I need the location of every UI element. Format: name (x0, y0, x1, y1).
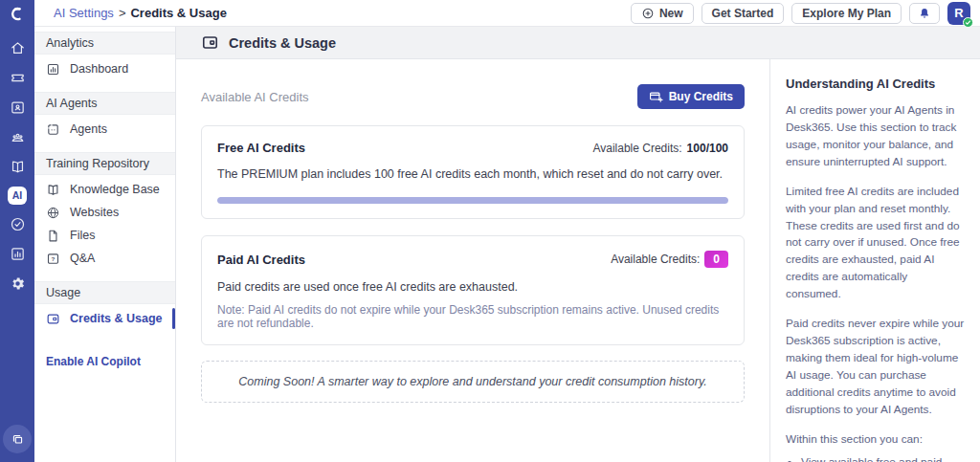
paid-credits-description: Paid credits are used once free AI credi… (217, 280, 728, 294)
sidebar-item-dashboard[interactable]: Dashboard (34, 57, 175, 80)
tickets-icon[interactable] (8, 68, 27, 87)
sidebar-section-analytics: Analytics (34, 32, 175, 55)
reports-icon[interactable] (8, 245, 27, 264)
active-indicator (172, 308, 175, 329)
enable-ai-copilot-link[interactable]: Enable AI Copilot (46, 355, 164, 368)
sidebar-section-usage: Usage (34, 281, 175, 304)
sidebar-item-qa[interactable]: ? Q&A (34, 247, 175, 270)
free-available-credits: Available Credits: 100/100 (592, 142, 728, 155)
avatar[interactable]: R (947, 2, 970, 25)
info-panel: Understanding AI Credits AI credits powe… (769, 59, 980, 462)
info-paragraph-2: Limited free AI credits are included wit… (786, 184, 965, 303)
dashboard-icon (46, 61, 61, 77)
sidebar-item-agents[interactable]: Agents (34, 118, 175, 141)
home-icon[interactable] (8, 38, 27, 57)
info-bullet-1: View available free and paid credits (801, 454, 965, 462)
breadcrumb-parent[interactable]: AI Settings (54, 6, 114, 20)
paid-credits-title: Paid AI Credits (217, 253, 305, 267)
page-title: Credits & Usage (229, 35, 336, 51)
explore-my-plan-button[interactable]: Explore My Plan (791, 3, 902, 24)
topbar: AI Settings > Credits & Usage New Get St… (34, 0, 980, 27)
get-started-button[interactable]: Get Started (702, 3, 785, 24)
paid-credits-note: Note: Paid AI credits do not expire whil… (217, 303, 728, 330)
knowledge-icon[interactable] (8, 157, 27, 176)
sidebar-item-knowledge-base[interactable]: Knowledge Base (34, 178, 175, 201)
settings-icon[interactable] (8, 275, 27, 294)
tasks-icon[interactable] (8, 215, 27, 234)
sidebar-item-websites[interactable]: Websites (34, 201, 175, 224)
page-header: Credits & Usage (176, 27, 980, 59)
info-panel-title: Understanding AI Credits (786, 77, 965, 91)
free-credits-progressbar (217, 197, 728, 204)
free-credits-description: The PREMIUM plan includes 100 free AI cr… (217, 167, 728, 181)
main-content: Available AI Credits Buy Credits Free AI… (176, 59, 769, 462)
buy-credits-button[interactable]: Buy Credits (637, 84, 745, 109)
info-paragraph-1: AI credits power your AI Agents in Desk3… (786, 102, 965, 171)
credits-wallet-icon (46, 311, 61, 326)
info-paragraph-3: Paid credits never expire while your Des… (786, 316, 965, 419)
coming-soon-banner: Coming Soon! A smarter way to explore an… (201, 361, 745, 403)
globe-icon (46, 205, 61, 220)
sidebar-section-training-repository: Training Repository (34, 152, 175, 175)
contacts-icon[interactable] (8, 98, 27, 117)
info-bullet-list: View available free and paid credits Mon… (801, 454, 965, 462)
free-credits-title: Free AI Credits (217, 141, 305, 155)
sidebar: Analytics Dashboard AI Agents Agents Tra… (34, 27, 176, 462)
free-credits-card: Free AI Credits Available Credits: 100/1… (201, 125, 745, 219)
paid-available-credits: Available Credits: 0 (611, 251, 728, 268)
credits-usage-page-icon (201, 33, 219, 52)
paid-credits-value-badge: 0 (704, 251, 728, 268)
card-plus-icon (649, 91, 663, 103)
qa-icon: ? (46, 251, 61, 266)
available-credits-heading: Available AI Credits (201, 90, 309, 104)
book-icon (46, 182, 61, 197)
desk365-logo[interactable] (0, 0, 34, 27)
breadcrumb-separator: > (119, 6, 126, 20)
info-list-intro: Within this section you can: (786, 431, 965, 449)
notifications-bell-icon[interactable] (909, 3, 940, 24)
svg-text:?: ? (52, 254, 56, 261)
sidebar-item-credits-usage[interactable]: Credits & Usage (34, 307, 175, 330)
new-button[interactable]: New (631, 3, 694, 24)
free-credits-value: 100/100 (687, 142, 728, 155)
sidebar-item-files[interactable]: Files (34, 224, 175, 247)
app-rail: AI (0, 0, 34, 462)
free-credits-progress-fill (217, 197, 728, 204)
ai-badge[interactable]: AI (8, 187, 28, 205)
online-status-badge (963, 17, 973, 28)
breadcrumb-current: Credits & Usage (130, 6, 226, 20)
circle-plus-icon (641, 7, 655, 20)
paid-credits-card: Paid AI Credits Available Credits: 0 Pai… (201, 235, 745, 345)
file-icon (46, 228, 61, 243)
customers-icon[interactable] (8, 127, 27, 146)
agent-bot-icon (46, 121, 61, 137)
windows-icon[interactable] (3, 425, 32, 453)
sidebar-section-ai-agents: AI Agents (34, 92, 175, 115)
